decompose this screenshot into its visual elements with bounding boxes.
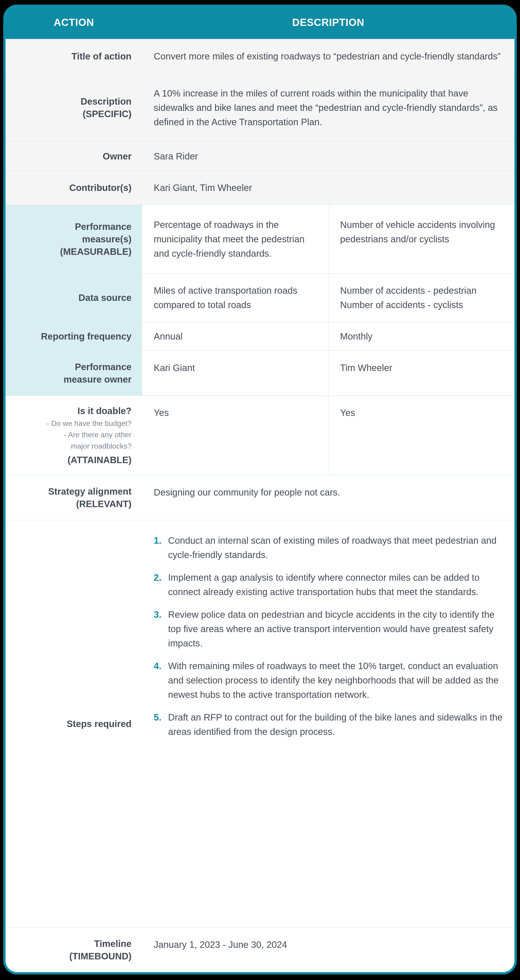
header-action: ACTION bbox=[6, 7, 142, 39]
label-perf-measure-owner: Performance measure owner bbox=[6, 351, 142, 395]
label-strategy-alignment: Strategy alignment (RELEVANT) bbox=[6, 476, 142, 520]
value-perf-measure-owner: Kari Giant Tim Wheeler bbox=[142, 351, 514, 395]
value-strategy-alignment: Designing our community for people not c… bbox=[142, 476, 514, 520]
step-item: Review police data on pedestrian and bic… bbox=[154, 607, 503, 659]
label-text: measure owner bbox=[64, 373, 131, 386]
label-tag: (ATTAINABLE) bbox=[68, 453, 131, 466]
value-steps-required: Conduct an internal scan of existing mil… bbox=[142, 520, 514, 927]
step-item: Conduct an internal scan of existing mil… bbox=[154, 533, 503, 570]
value-owner: Sara Rider bbox=[142, 142, 514, 170]
label-timeline: Timeline (TIMEBOUND) bbox=[6, 928, 142, 972]
label-subtext: major roadblocks? bbox=[71, 441, 131, 451]
value-description-specific: A 10% increase in the miles of current r… bbox=[142, 73, 514, 142]
value-contributors: Kari Giant, Tim Wheeler bbox=[142, 171, 514, 205]
value-performance-measures: Percentage of roadways in the municipali… bbox=[142, 205, 514, 273]
label-text: (SPECIFIC) bbox=[83, 108, 131, 120]
doable-col2: Yes bbox=[328, 396, 514, 475]
steps-list: Conduct an internal scan of existing mil… bbox=[154, 533, 503, 739]
data-source-col2: Number of accidents - pedestrian Number … bbox=[328, 274, 514, 322]
label-text: (MEASURABLE) bbox=[60, 245, 131, 258]
row-reporting-frequency: Reporting frequency Annual Monthly bbox=[6, 322, 514, 350]
data-source-line: Number of accidents - cyclists bbox=[340, 298, 503, 312]
step-item: Draft an RFP to contract out for the bui… bbox=[154, 710, 503, 739]
document-frame: ACTION DESCRIPTION Title of action Conve… bbox=[0, 0, 520, 980]
row-strategy-alignment: Strategy alignment (RELEVANT) Designing … bbox=[6, 475, 514, 520]
value-is-doable: Yes Yes bbox=[142, 396, 514, 475]
label-owner: Owner bbox=[6, 142, 142, 170]
row-title-of-action: Title of action Convert more miles of ex… bbox=[6, 39, 514, 73]
label-subtext: - Are there any other bbox=[64, 430, 131, 440]
label-text: Description bbox=[81, 95, 131, 108]
label-text: Is it doable? bbox=[78, 404, 131, 417]
label-is-doable: Is it doable? - Do we have the budget? -… bbox=[6, 396, 142, 475]
reporting-freq-col1: Annual bbox=[142, 322, 328, 350]
table-header: ACTION DESCRIPTION bbox=[6, 7, 514, 39]
perf-owner-col2: Tim Wheeler bbox=[328, 351, 514, 395]
perf-measure-col2: Number of vehicle accidents involving pe… bbox=[328, 205, 514, 273]
label-reporting-frequency: Reporting frequency bbox=[6, 322, 142, 350]
header-description: DESCRIPTION bbox=[142, 7, 514, 39]
label-text: Strategy alignment bbox=[48, 485, 131, 498]
label-text: (RELEVANT) bbox=[76, 498, 131, 510]
reporting-freq-col2: Monthly bbox=[328, 322, 514, 350]
label-text: (TIMEBOUND) bbox=[69, 950, 131, 963]
label-subtext: - Do we have the budget? bbox=[47, 418, 131, 428]
label-text: Performance bbox=[75, 361, 131, 373]
data-source-line: Number of accidents - pedestrian bbox=[340, 283, 503, 298]
row-performance-measures: Performance measure(s) (MEASURABLE) Perc… bbox=[6, 205, 514, 273]
label-data-source: Data source bbox=[6, 274, 142, 322]
label-contributors: Contributor(s) bbox=[6, 171, 142, 205]
label-steps-required: Steps required bbox=[6, 520, 142, 927]
row-steps-required: Steps required Conduct an internal scan … bbox=[6, 520, 514, 927]
row-is-doable: Is it doable? - Do we have the budget? -… bbox=[6, 395, 514, 475]
step-item: With remaining miles of roadways to meet… bbox=[154, 659, 503, 710]
label-performance-measures: Performance measure(s) (MEASURABLE) bbox=[6, 205, 142, 273]
row-owner: Owner Sara Rider bbox=[6, 142, 514, 170]
value-reporting-frequency: Annual Monthly bbox=[142, 322, 514, 350]
data-source-col1: Miles of active transportation roads com… bbox=[142, 274, 328, 322]
value-timeline: January 1, 2023 - June 30, 2024 bbox=[142, 928, 514, 972]
row-perf-measure-owner: Performance measure owner Kari Giant Tim… bbox=[6, 350, 514, 395]
label-text: measure(s) bbox=[82, 233, 131, 245]
row-data-source: Data source Miles of active transportati… bbox=[6, 273, 514, 322]
step-item: Implement a gap analysis to identify whe… bbox=[154, 570, 503, 607]
perf-measure-col1: Percentage of roadways in the municipali… bbox=[142, 205, 328, 273]
label-description-specific: Description (SPECIFIC) bbox=[6, 73, 142, 142]
row-description-specific: Description (SPECIFIC) A 10% increase in… bbox=[6, 73, 514, 142]
perf-owner-col1: Kari Giant bbox=[142, 351, 328, 395]
label-title-of-action: Title of action bbox=[6, 39, 142, 73]
action-card: ACTION DESCRIPTION Title of action Conve… bbox=[3, 5, 517, 974]
row-contributors: Contributor(s) Kari Giant, Tim Wheeler bbox=[6, 170, 514, 205]
row-timeline: Timeline (TIMEBOUND) January 1, 2023 - J… bbox=[6, 927, 514, 972]
doable-col1: Yes bbox=[142, 396, 328, 475]
label-text: Performance bbox=[75, 220, 131, 233]
label-text: Timeline bbox=[94, 937, 131, 950]
value-data-source: Miles of active transportation roads com… bbox=[142, 274, 514, 322]
value-title-of-action: Convert more miles of existing roadways … bbox=[142, 39, 514, 73]
